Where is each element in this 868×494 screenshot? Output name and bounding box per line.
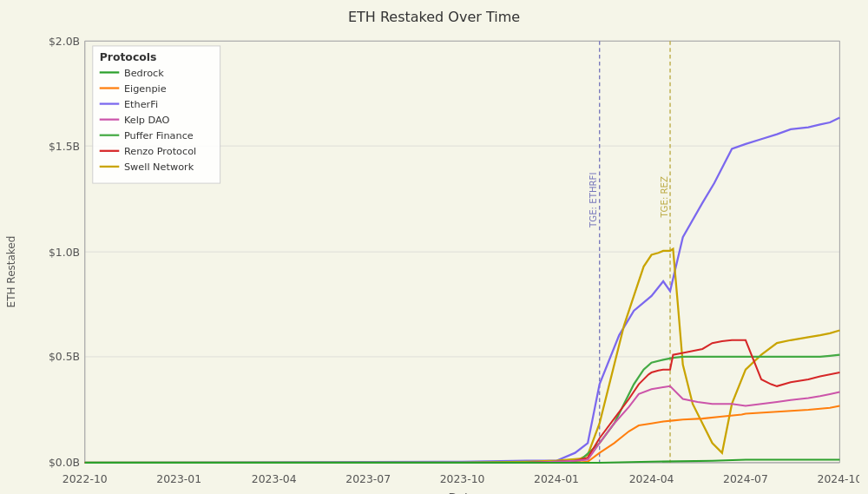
chart-container: ETH Restaked Over Time ETH Restaked $0.0… <box>0 0 868 494</box>
svg-text:Protocols: Protocols <box>100 50 157 63</box>
svg-text:$2.0B: $2.0B <box>49 35 80 48</box>
svg-text:2023-10: 2023-10 <box>440 472 485 485</box>
chart-svg: $0.0B $0.5B $1.0B $1.5B $2.0B 2022-10 20… <box>26 30 859 494</box>
svg-text:Swell Network: Swell Network <box>124 161 194 173</box>
y-axis-label: ETH Restaked <box>0 30 26 494</box>
svg-text:$1.5B: $1.5B <box>49 140 80 153</box>
svg-text:$1.0B: $1.0B <box>49 246 80 259</box>
svg-text:2024-07: 2024-07 <box>723 472 768 485</box>
svg-text:TGE: ETHRFI: TGE: ETHRFI <box>589 173 598 228</box>
chart-title: ETH Restaked Over Time <box>348 9 520 25</box>
svg-text:2024-01: 2024-01 <box>534 472 579 485</box>
svg-text:EtherFi: EtherFi <box>124 99 158 110</box>
svg-text:Puffer Finance: Puffer Finance <box>124 130 194 142</box>
svg-text:Kelp DAO: Kelp DAO <box>124 115 170 126</box>
svg-text:2023-07: 2023-07 <box>345 472 391 485</box>
chart-body: ETH Restaked $0.0B $0.5B $1.0B $1.5B $2.… <box>0 30 868 494</box>
svg-text:2023-04: 2023-04 <box>252 472 297 485</box>
svg-text:Bedrock: Bedrock <box>124 68 164 79</box>
svg-text:Eigenpie: Eigenpie <box>124 83 167 95</box>
chart-area: $0.0B $0.5B $1.0B $1.5B $2.0B 2022-10 20… <box>26 30 859 494</box>
svg-text:$0.0B: $0.0B <box>49 456 80 469</box>
svg-text:Renzo Protocol: Renzo Protocol <box>124 146 196 157</box>
svg-text:2024-10: 2024-10 <box>817 472 859 485</box>
svg-text:2023-01: 2023-01 <box>156 472 201 485</box>
svg-text:Date: Date <box>448 491 476 494</box>
svg-text:2022-10: 2022-10 <box>62 472 108 485</box>
svg-text:2024-04: 2024-04 <box>629 472 674 485</box>
svg-text:$0.5B: $0.5B <box>49 350 80 363</box>
svg-text:TGE: REZ: TGE: REZ <box>660 176 669 219</box>
